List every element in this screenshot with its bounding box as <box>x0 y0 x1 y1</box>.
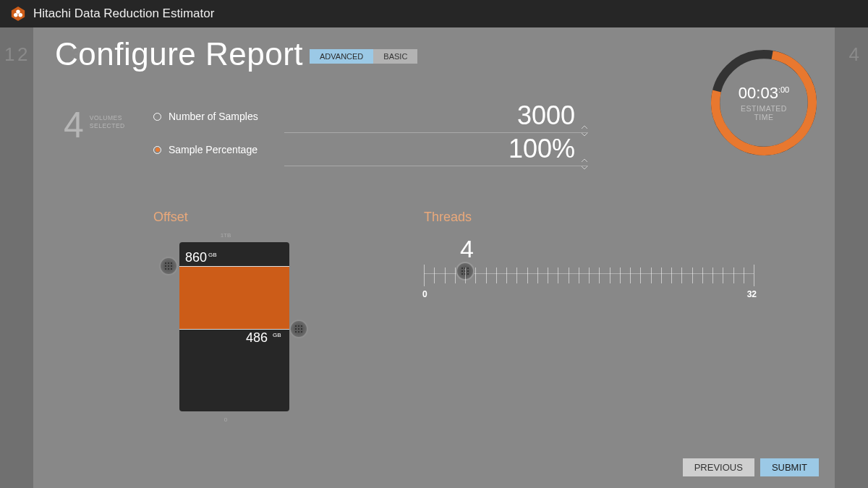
estimated-time-value: 00:03:00 <box>739 84 789 103</box>
page-title: Configure Report <box>55 36 303 72</box>
mode-advanced-button[interactable]: ADVANCED <box>310 49 373 64</box>
svg-point-1 <box>16 10 20 14</box>
radio-sample-percentage[interactable] <box>153 146 161 154</box>
wizard-step-1[interactable]: 1 <box>4 43 14 66</box>
main-panel: 3 Configure Report ADVANCED BASIC 4 VOLU… <box>33 27 835 488</box>
offset-upper-handle[interactable] <box>159 257 178 275</box>
offset-range-slider[interactable]: 1TB 860GB 486 GB 0 <box>153 235 298 416</box>
wizard-step-2[interactable]: 2 <box>17 43 27 66</box>
samples-up-icon[interactable] <box>581 106 588 111</box>
samples-down-icon[interactable] <box>581 113 588 118</box>
svg-point-3 <box>18 13 22 17</box>
number-of-samples-label: Number of Samples <box>169 111 284 122</box>
wizard-rail-left: 1 2 <box>0 27 33 488</box>
threads-slider[interactable]: 0 32 <box>424 266 754 302</box>
volumes-selected: 4 VOLUMES SELECTED <box>64 107 125 143</box>
sample-percentage-value[interactable]: 100% <box>284 134 588 166</box>
app-title: Hitachi Data Reduction Estimator <box>33 7 214 21</box>
offset-upper-value: 860GB <box>185 250 217 265</box>
sample-percentage-label: Sample Percentage <box>169 144 284 155</box>
radio-number-of-samples[interactable] <box>153 113 161 121</box>
threads-title: Threads <box>424 210 754 225</box>
wizard-rail-right: 4 <box>835 27 868 488</box>
app-logo-icon <box>10 6 26 22</box>
offset-lower-value: 486 GB <box>246 330 281 346</box>
offset-max-label: 1TB <box>221 232 231 239</box>
offset-title: Offset <box>153 210 298 225</box>
offset-min-label: 0 <box>224 416 227 423</box>
percent-down-icon[interactable] <box>581 146 588 151</box>
estimated-time-gauge: 00:03:00 ESTIMATEDTIME <box>709 48 819 158</box>
svg-point-2 <box>14 13 18 17</box>
threads-value: 4 <box>460 235 754 263</box>
estimated-time-label: ESTIMATEDTIME <box>741 104 787 121</box>
previous-button[interactable]: PREVIOUS <box>683 458 754 476</box>
number-of-samples-value[interactable]: 3000 <box>284 100 588 133</box>
titlebar: Hitachi Data Reduction Estimator <box>0 0 868 27</box>
submit-button[interactable]: SUBMIT <box>760 458 819 476</box>
threads-min-label: 0 <box>422 289 427 299</box>
mode-toggle: ADVANCED BASIC <box>310 49 417 64</box>
mode-basic-button[interactable]: BASIC <box>373 49 417 64</box>
percent-up-icon[interactable] <box>581 140 588 145</box>
wizard-step-4[interactable]: 4 <box>849 43 859 66</box>
threads-max-label: 32 <box>747 289 757 299</box>
volumes-count: 4 <box>64 107 84 143</box>
volumes-label: VOLUMES SELECTED <box>90 114 125 130</box>
offset-lower-handle[interactable] <box>289 320 308 338</box>
